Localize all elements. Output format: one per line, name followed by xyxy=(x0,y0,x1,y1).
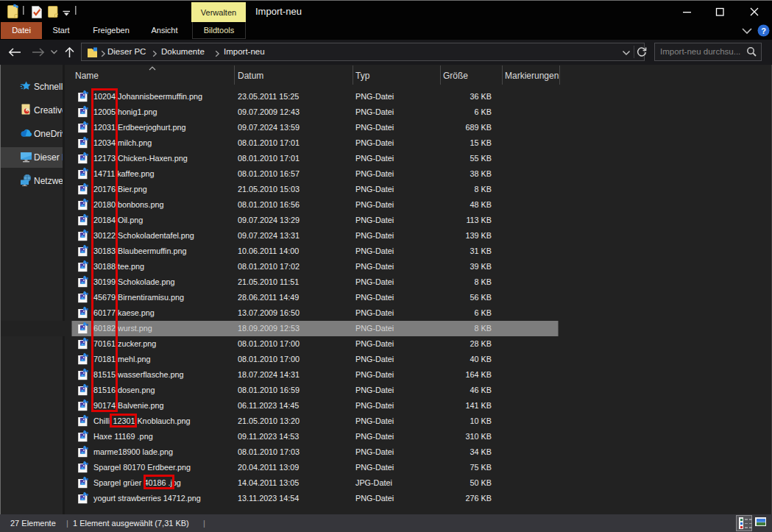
svg-text:?: ? xyxy=(761,26,766,35)
